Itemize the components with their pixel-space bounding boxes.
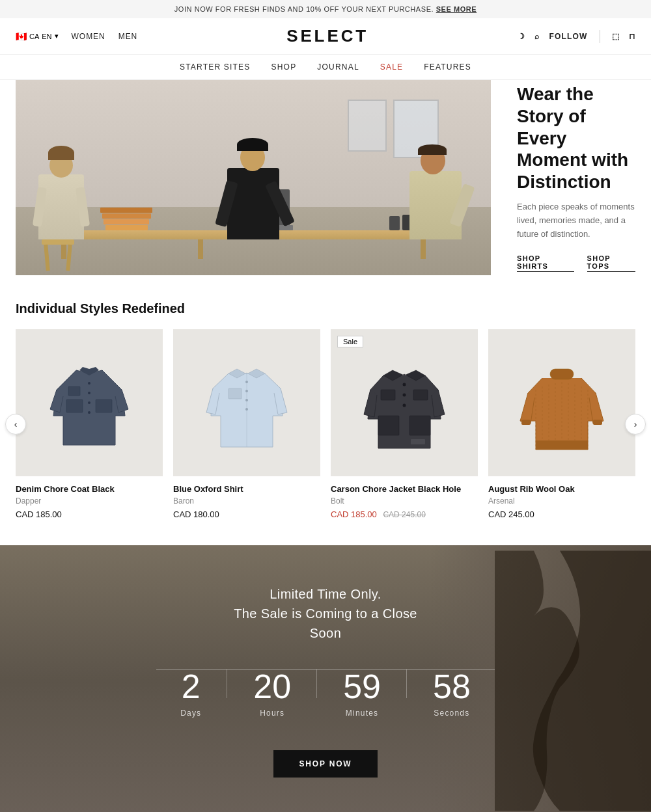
svg-rect-16	[413, 390, 428, 400]
timer-minutes-label: Minutes	[346, 709, 378, 718]
countdown-section: Limited Time Only. The Sale is Coming to…	[0, 545, 651, 812]
product-brand: Arsenal	[488, 496, 635, 506]
section-title: Individual Styles Redefined	[16, 301, 635, 316]
product-image: Sale	[331, 329, 478, 476]
arrow-right-icon: ›	[634, 419, 637, 429]
product-price: CAD 245.00	[488, 509, 635, 519]
svg-rect-13	[378, 416, 399, 435]
timer-days-number: 2	[182, 670, 201, 703]
products-grid: ‹	[16, 329, 635, 519]
svg-rect-12	[229, 388, 242, 399]
locale-country: CA	[29, 33, 39, 40]
timer-minutes: 59 Minutes	[317, 670, 407, 718]
carousel-next-button[interactable]: ›	[625, 414, 646, 435]
sale-badge: Sale	[337, 336, 363, 347]
svg-rect-33	[593, 420, 602, 425]
product-price: CAD 180.00	[173, 509, 320, 519]
product-brand: Bolt	[331, 496, 478, 506]
search-icon[interactable]: ⌕	[534, 32, 540, 41]
hero-image	[16, 80, 491, 275]
svg-point-10	[245, 399, 248, 401]
shop-shirts-link[interactable]: SHOP SHIRTS	[517, 254, 574, 272]
product-brand: Dapper	[16, 496, 163, 506]
countdown-content: Limited Time Only. The Sale is Coming to…	[16, 584, 635, 778]
product-card[interactable]: August Rib Wool Oak Arsenal CAD 245.00	[488, 329, 635, 519]
hero-links: SHOP SHIRTS SHOP TOPS	[517, 254, 635, 272]
product-price: CAD 185.00	[16, 509, 163, 519]
svg-rect-32	[521, 420, 531, 425]
moon-icon[interactable]: ☽	[518, 32, 525, 41]
product-image	[16, 329, 163, 476]
product-card[interactable]: Sale	[331, 329, 478, 519]
garment-svg	[359, 351, 450, 455]
locale-lang: EN	[42, 33, 51, 40]
banner-text: JOIN NOW FOR FRESH FINDS AND 10% OFF YOU…	[174, 5, 434, 13]
nav-features[interactable]: FEATURES	[424, 62, 471, 72]
product-name: Denim Chore Coat Black	[16, 484, 163, 494]
hero-title: Wear the Story of Every Moment with Dist…	[517, 83, 635, 193]
product-name: Blue Oxford Shirt	[173, 484, 320, 494]
header-divider	[600, 30, 600, 43]
nav-men[interactable]: MEN	[118, 32, 138, 41]
svg-point-20	[403, 404, 406, 407]
svg-rect-17	[411, 439, 425, 444]
svg-point-18	[403, 383, 406, 386]
svg-point-3	[88, 382, 90, 385]
svg-rect-0	[66, 399, 83, 413]
arrow-left-icon: ‹	[14, 419, 18, 429]
countdown-timer: 2 Days 20 Hours 59 Minutes 58 Seconds	[16, 670, 635, 718]
nav-journal[interactable]: JOURNAL	[317, 62, 359, 72]
timer-hours-label: Hours	[260, 709, 284, 718]
timer-seconds-label: Seconds	[434, 709, 469, 718]
hero-text: Wear the Story of Every Moment with Dist…	[517, 83, 635, 271]
carousel-prev-button[interactable]: ‹	[5, 414, 26, 435]
timer-seconds: 58 Seconds	[407, 670, 497, 718]
header-left-nav: 🇨🇦 CA EN ▾ WOMEN MEN	[16, 31, 137, 42]
svg-rect-2	[68, 386, 80, 396]
site-logo[interactable]: SELECT	[137, 26, 518, 46]
follow-button[interactable]: FOLLOW	[549, 32, 587, 41]
nav-women[interactable]: WOMEN	[72, 32, 105, 41]
nav-sale[interactable]: SALE	[380, 62, 404, 72]
product-card[interactable]: Denim Chore Coat Black Dapper CAD 185.00	[16, 329, 163, 519]
svg-point-5	[88, 401, 90, 404]
locale-selector[interactable]: 🇨🇦 CA EN ▾	[16, 31, 59, 42]
nav-starter-sites[interactable]: STARTER SITES	[180, 62, 251, 72]
user-icon[interactable]: ⬚	[612, 32, 620, 41]
product-image	[488, 329, 635, 476]
announcement-banner: JOIN NOW FOR FRESH FINDS AND 10% OFF YOU…	[0, 0, 651, 18]
product-image	[173, 329, 320, 476]
svg-rect-1	[96, 399, 112, 413]
garment-svg	[201, 351, 292, 455]
banner-cta[interactable]: SEE MORE	[436, 5, 477, 13]
hero-subtitle: Each piece speaks of moments lived, memo…	[517, 200, 635, 241]
garment-svg	[44, 351, 135, 455]
shop-now-button[interactable]: SHOP NOW	[273, 750, 378, 778]
svg-point-9	[245, 390, 248, 392]
hero-section: Wear the Story of Every Moment with Dist…	[0, 80, 651, 275]
countdown-heading: Limited Time Only. The Sale is Coming to…	[16, 584, 635, 643]
secondary-nav: STARTER SITES SHOP JOURNAL SALE FEATURES	[0, 55, 651, 80]
product-price: CAD 185.00 CAD 245.00	[331, 509, 478, 519]
products-section: Individual Styles Redefined ‹	[0, 301, 651, 545]
svg-rect-14	[409, 416, 430, 435]
timer-hours-number: 20	[253, 670, 291, 703]
timer-days: 2 Days	[154, 670, 227, 718]
svg-rect-31	[536, 440, 588, 450]
header-right-actions: ☽ ⌕ FOLLOW ⬚ ⊓	[518, 30, 635, 43]
timer-minutes-number: 59	[343, 670, 381, 703]
timer-days-label: Days	[180, 709, 201, 718]
bag-icon[interactable]: ⊓	[629, 32, 635, 41]
svg-point-19	[403, 394, 406, 397]
shop-tops-link[interactable]: SHOP TOPS	[587, 254, 636, 272]
product-card[interactable]: Blue Oxford Shirt Baron CAD 180.00	[173, 329, 320, 519]
svg-rect-21	[550, 369, 574, 379]
nav-shop[interactable]: SHOP	[271, 62, 297, 72]
chevron-down-icon: ▾	[55, 32, 59, 40]
svg-rect-15	[381, 390, 395, 400]
product-name: August Rib Wool Oak	[488, 484, 635, 494]
flag-icon: 🇨🇦	[16, 31, 27, 42]
svg-point-8	[245, 381, 248, 383]
svg-point-6	[88, 411, 90, 414]
timer-hours: 20 Hours	[227, 670, 317, 718]
